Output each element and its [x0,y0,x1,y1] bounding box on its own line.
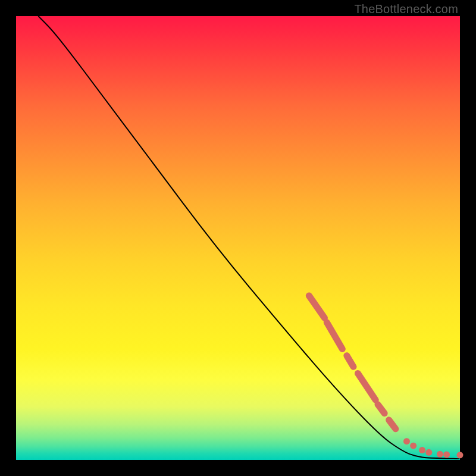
marker-segment [389,420,396,429]
curve-layer [38,16,460,459]
chart-frame: TheBottleneck.com [0,0,476,476]
bottleneck-curve [38,16,460,459]
watermark-text: TheBottleneck.com [354,2,458,16]
marker-dot [410,443,416,449]
marker-dot [403,438,410,444]
marker-segment [327,322,342,349]
marker-segment [347,356,353,367]
marker-dot [437,451,443,458]
marker-segment [378,405,384,414]
marker-segment [309,296,324,318]
marker-segments [309,296,395,429]
marker-dot [443,452,450,458]
marker-dot [419,447,425,453]
marker-segment [358,374,375,400]
chart-svg [16,16,460,460]
marker-dot [457,452,464,458]
marker-dot [425,449,432,456]
